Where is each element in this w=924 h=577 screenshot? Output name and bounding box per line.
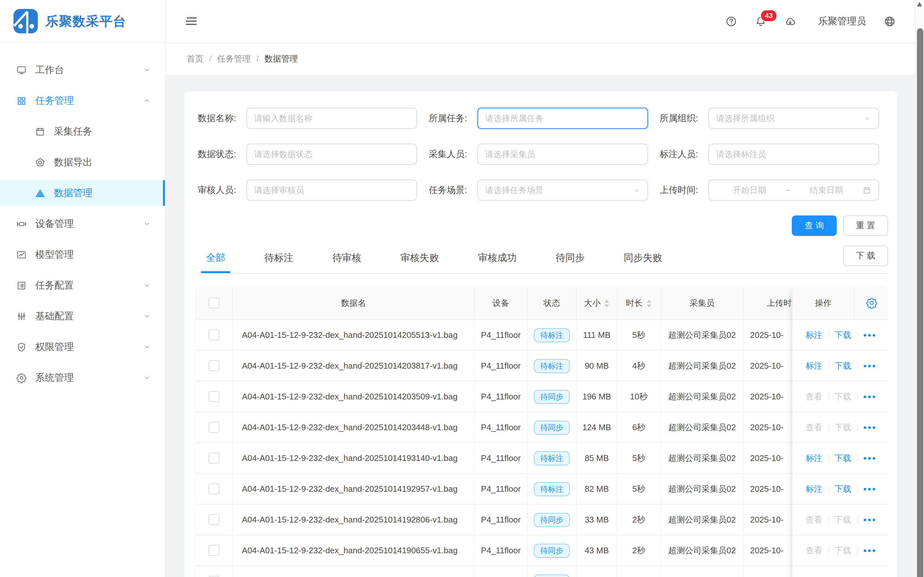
action-标注[interactable]: 标注 xyxy=(806,483,822,495)
select-all-checkbox[interactable] xyxy=(208,298,220,308)
action-标注[interactable]: 标注 xyxy=(806,452,822,464)
scrollbar-up-arrow-icon[interactable] xyxy=(917,2,922,6)
action-divider xyxy=(857,392,858,401)
sidebar-item-数据导出[interactable]: 数据导出 xyxy=(0,149,165,175)
query-button[interactable]: 查询 xyxy=(792,215,837,236)
action-下载[interactable]: 下载 xyxy=(835,483,851,495)
select-input[interactable]: 请选择所属任务 xyxy=(477,108,648,129)
filter-label: 审核人员: xyxy=(195,184,236,196)
more-actions-icon[interactable] xyxy=(863,549,875,552)
action-下载[interactable]: 下载 xyxy=(835,329,851,341)
sidebar-item-工作台[interactable]: 工作台 xyxy=(0,57,165,83)
sidebar-item-模型管理[interactable]: 模型管理 xyxy=(0,242,165,268)
action-下载[interactable]: 下载 xyxy=(835,360,851,372)
breadcrumb-item[interactable]: 任务管理 xyxy=(217,53,250,64)
reset-button[interactable]: 重置 xyxy=(843,215,888,236)
filter-label: 采集人员: xyxy=(426,148,467,160)
current-user[interactable]: 乐聚管理员 xyxy=(818,15,866,27)
tab-审核失败[interactable]: 审核失败 xyxy=(401,244,439,273)
row-checkbox-cell xyxy=(195,412,233,443)
more-actions-icon[interactable] xyxy=(863,426,875,429)
tab-审核成功[interactable]: 审核成功 xyxy=(478,244,517,273)
tab-同步失败[interactable]: 同步失败 xyxy=(624,244,662,273)
cell-collector: 超测公司采集员02 xyxy=(661,443,744,474)
operation-header: 操作 xyxy=(792,287,888,320)
status-tabs: 全部待标注待审核审核失败审核成功待同步同步失败下载 xyxy=(195,244,888,274)
row-checkbox-cell xyxy=(195,535,233,566)
table-settings-gear-icon[interactable] xyxy=(865,297,877,309)
row-checkbox[interactable] xyxy=(208,360,220,371)
column-header-duration: 时长 xyxy=(617,287,661,320)
status-badge: 待标注 xyxy=(534,451,570,465)
select-input[interactable]: 请选择审核员 xyxy=(246,179,417,201)
operation-row: 标注下载 xyxy=(792,351,888,382)
more-actions-icon[interactable] xyxy=(863,518,875,521)
action-divider xyxy=(857,485,858,493)
tab-全部[interactable]: 全部 xyxy=(206,244,225,273)
row-checkbox[interactable] xyxy=(208,453,220,464)
row-checkbox[interactable] xyxy=(208,545,220,556)
help-icon[interactable] xyxy=(725,15,737,27)
filter-group: 采集人员:请选择采集员 xyxy=(426,143,657,165)
more-actions-icon[interactable] xyxy=(863,395,875,398)
tab-待同步[interactable]: 待同步 xyxy=(556,244,585,273)
select-input[interactable]: 请选择采集员 xyxy=(477,143,648,165)
row-checkbox[interactable] xyxy=(208,514,220,525)
tab-待审核[interactable]: 待审核 xyxy=(333,244,361,273)
sidebar-item-任务配置[interactable]: 任务配置 xyxy=(0,272,165,298)
more-actions-icon[interactable] xyxy=(863,457,875,459)
sort-control[interactable] xyxy=(604,299,610,308)
menu-fold-icon[interactable] xyxy=(185,15,198,27)
brand-title: 乐聚数采平台 xyxy=(45,13,126,30)
text-input[interactable]: 请输入数据名称 xyxy=(246,108,417,129)
table-row: A04-A01-15-12-9-232-dex_hand-20251014192… xyxy=(195,474,880,504)
cell-duration: 5秒 xyxy=(617,474,661,504)
breadcrumb-item[interactable]: 首页 xyxy=(187,53,204,64)
table-row: A04-A01-15-12-9-232-dex_hand-20251014203… xyxy=(195,412,880,443)
sidebar-item-权限管理[interactable]: 权限管理 xyxy=(0,334,165,359)
action-下载[interactable]: 下载 xyxy=(835,452,851,464)
sidebar-item-设备管理[interactable]: 设备管理 xyxy=(0,211,165,237)
more-actions-icon[interactable] xyxy=(863,334,875,336)
cell-size: 111 MB xyxy=(577,320,617,351)
select-input[interactable]: 请选择所属组织 xyxy=(708,108,879,129)
sort-control[interactable] xyxy=(646,299,652,308)
sidebar-item-数据管理[interactable]: 数据管理 xyxy=(0,180,165,206)
placeholder-text: 请选择所属组织 xyxy=(716,113,864,124)
cell-status: 待同步 xyxy=(527,412,577,443)
select-input[interactable]: 请选择标注员 xyxy=(708,143,879,165)
status-badge: 待标注 xyxy=(534,359,570,373)
brand: 乐聚数采平台 xyxy=(0,0,165,43)
language-globe-icon[interactable] xyxy=(884,15,896,27)
row-checkbox[interactable] xyxy=(208,576,220,577)
sidebar-item-基础配置[interactable]: 基础配置 xyxy=(0,303,165,329)
cloud-download-icon[interactable] xyxy=(784,15,796,27)
row-checkbox[interactable] xyxy=(208,330,220,340)
row-checkbox[interactable] xyxy=(208,484,220,494)
select-input[interactable]: 请选择数据状态 xyxy=(246,143,417,165)
select-input[interactable]: 请选择任务场景 xyxy=(477,179,648,201)
sidebar-item-任务管理[interactable]: 任务管理 xyxy=(0,88,165,113)
filter-group: 任务场景:请选择任务场景 xyxy=(426,179,657,201)
action-divider xyxy=(828,423,829,432)
more-actions-icon[interactable] xyxy=(863,364,875,367)
action-标注[interactable]: 标注 xyxy=(806,360,822,372)
filter-label: 数据名称: xyxy=(195,113,236,124)
sidebar-item-采集任务[interactable]: 采集任务 xyxy=(0,119,165,144)
sidebar-item-系统管理[interactable]: 系统管理 xyxy=(0,365,165,390)
cell-status: 待标注 xyxy=(527,443,577,474)
action-divider xyxy=(828,485,829,493)
row-checkbox-cell xyxy=(195,443,233,474)
notification-bell-icon[interactable]: 43 xyxy=(754,15,767,27)
daterange-input[interactable]: 开始日期~结束日期 xyxy=(708,179,879,201)
date-end-placeholder: 结束日期 xyxy=(793,184,859,196)
scrollbar-thumb[interactable] xyxy=(917,28,923,577)
filter-form: 数据名称:请输入数据名称所属任务:请选择所属任务所属组织:请选择所属组织数据状态… xyxy=(195,108,888,201)
download-button[interactable]: 下载 xyxy=(843,245,888,266)
more-actions-icon[interactable] xyxy=(863,488,875,490)
row-checkbox[interactable] xyxy=(208,422,220,433)
row-checkbox[interactable] xyxy=(208,391,220,402)
tab-待标注[interactable]: 待标注 xyxy=(264,244,293,273)
row-checkbox-cell xyxy=(195,351,233,382)
action-标注[interactable]: 标注 xyxy=(806,329,822,341)
